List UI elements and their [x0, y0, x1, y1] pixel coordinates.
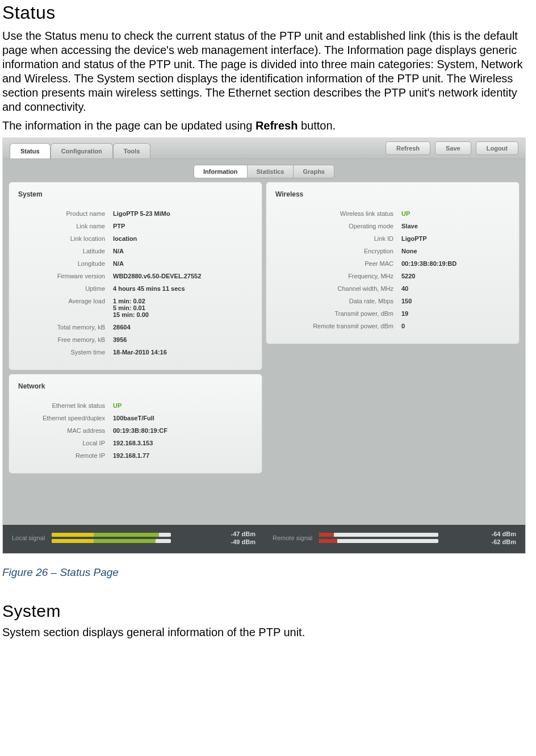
status-screenshot: Status Configuration Tools Refresh Save … — [2, 137, 526, 554]
refresh-text-post: button. — [298, 119, 336, 132]
label-chan-width: Channel width, MHz — [274, 285, 401, 292]
label-peer-mac: Peer MAC — [274, 260, 401, 267]
label-uptime: Uptime — [17, 285, 113, 292]
value-product-name: LigoPTP 5-23 MiMo — [113, 210, 170, 217]
system-panel-title: System — [17, 188, 254, 207]
label-firmware: Firmware version — [17, 273, 113, 279]
label-product-name: Product name — [17, 210, 113, 217]
main-tabs: Status Configuration Tools — [10, 143, 150, 158]
local-signal-group: Local signal -47 dBm -49 dBm — [12, 531, 256, 545]
label-link-location: Link location — [17, 235, 113, 242]
refresh-bold: Refresh — [256, 119, 298, 132]
value-link-location: location — [113, 235, 137, 242]
value-avg-load: 1 min: 0.02 5 min: 0.01 15 min: 0.00 — [113, 298, 149, 318]
local-signal-values: -47 dBm -49 dBm — [231, 531, 256, 545]
network-panel-title: Network — [17, 380, 254, 399]
value-data-rate: 150 — [401, 298, 412, 304]
remote-signal-bars — [319, 533, 484, 543]
refresh-paragraph: The information in the page can be updat… — [2, 119, 534, 133]
intro-paragraph: Use the Status menu to check the current… — [2, 29, 534, 114]
subtab-statistics[interactable]: Statistics — [248, 165, 294, 178]
label-data-rate: Data rate, Mbps — [274, 298, 401, 304]
label-tx-power: Transmit power, dBm — [274, 310, 401, 317]
label-remote-ip: Remote IP — [17, 452, 113, 459]
value-firmware: WBD2880.v6.50-DEVEL.27552 — [113, 273, 201, 279]
save-button[interactable]: Save — [435, 141, 471, 155]
local-signal-label: Local signal — [12, 534, 45, 541]
remote-signal-label: Remote signal — [273, 534, 312, 541]
system-paragraph: System section displays general informat… — [2, 625, 534, 640]
top-toolbar: Status Configuration Tools Refresh Save … — [3, 138, 525, 159]
panels-area: System Product nameLigoPTP 5-23 MiMo Lin… — [3, 182, 525, 479]
label-frequency: Frequency, MHz — [274, 273, 401, 279]
value-mac: 00:19:3B:80:19:CF — [113, 427, 168, 434]
sub-tab-row: Information Statistics Graphs — [3, 159, 525, 182]
subtab-graphs[interactable]: Graphs — [294, 165, 334, 178]
value-op-mode: Slave — [401, 223, 418, 229]
label-encryption: Encryption — [274, 248, 401, 254]
value-free-mem: 3956 — [113, 336, 127, 343]
label-wlink-status: Wireless link status — [274, 210, 401, 217]
value-total-mem: 28604 — [113, 324, 131, 331]
value-remote-ip: 192.168.1.77 — [113, 452, 149, 459]
logout-button[interactable]: Logout — [476, 141, 518, 155]
value-link-name: PTP — [113, 223, 125, 229]
value-frequency: 5220 — [401, 273, 415, 279]
label-op-mode: Operating mode — [274, 223, 401, 229]
tab-tools[interactable]: Tools — [113, 143, 151, 158]
remote-signal-values: -64 dBm -62 dBm — [492, 531, 516, 545]
value-link-id: LigoPTP — [401, 235, 427, 242]
label-system-time: System time — [17, 349, 113, 356]
value-remote-tx: 0 — [401, 323, 405, 329]
label-avg-load: Average load — [17, 298, 113, 304]
label-eth-speed: Ethernet speed/duplex — [17, 415, 113, 421]
label-local-ip: Local IP — [17, 440, 113, 446]
wireless-panel: Wireless Wireless link statusUP Operatin… — [266, 182, 520, 344]
value-latitude: N/A — [113, 248, 124, 254]
remote-signal-value-0: -64 dBm — [492, 531, 516, 537]
label-latitude: Latitude — [17, 248, 113, 254]
remote-signal-value-1: -62 dBm — [492, 538, 516, 545]
value-system-time: 18-Mar-2010 14:16 — [113, 349, 167, 356]
sub-tabs: Information Statistics Graphs — [194, 165, 334, 178]
value-wlink-status: UP — [401, 210, 410, 217]
subtab-information[interactable]: Information — [194, 165, 248, 178]
heading-system: System — [2, 602, 534, 621]
value-eth-speed: 100baseT/Full — [113, 415, 154, 421]
label-remote-tx: Remote transmit power, dBm — [274, 323, 401, 329]
label-total-mem: Total memory, kB — [17, 324, 113, 331]
label-longitude: Longitude — [17, 260, 113, 267]
local-signal-value-0: -47 dBm — [231, 531, 256, 537]
value-tx-power: 19 — [401, 310, 408, 317]
value-eth-status: UP — [113, 402, 122, 409]
figure-caption: Figure 26 – Status Page — [2, 566, 534, 579]
bottom-spacer — [3, 479, 525, 525]
network-panel: Network Ethernet link statusUP Ethernet … — [9, 374, 262, 474]
remote-signal-group: Remote signal -64 dBm -62 dBm — [273, 531, 516, 545]
heading-status: Status — [2, 2, 534, 23]
label-free-mem: Free memory, kB — [17, 336, 113, 343]
system-panel: System Product nameLigoPTP 5-23 MiMo Lin… — [9, 182, 262, 370]
wireless-panel-title: Wireless — [274, 188, 511, 207]
local-signal-value-1: -49 dBm — [231, 538, 256, 545]
label-link-name: Link name — [17, 223, 113, 229]
tab-configuration[interactable]: Configuration — [51, 143, 113, 158]
value-peer-mac: 00:19:3B:80:19:BD — [401, 260, 457, 267]
signal-bar: Local signal -47 dBm -49 dBm Remote sign… — [3, 525, 525, 553]
refresh-text-pre: The information in the page can be updat… — [2, 119, 256, 132]
value-chan-width: 40 — [401, 285, 408, 292]
tab-status[interactable]: Status — [10, 143, 51, 158]
label-eth-status: Ethernet link status — [17, 402, 113, 409]
value-longitude: N/A — [113, 260, 124, 267]
local-signal-bars — [52, 533, 224, 543]
value-local-ip: 192.168.3.153 — [113, 440, 153, 446]
label-mac: MAC address — [17, 427, 113, 434]
refresh-button[interactable]: Refresh — [386, 141, 430, 155]
action-buttons: Refresh Save Logout — [386, 141, 518, 155]
label-link-id: Link ID — [274, 235, 401, 242]
value-uptime: 4 hours 45 mins 11 secs — [113, 285, 185, 292]
value-encryption: None — [401, 248, 417, 254]
